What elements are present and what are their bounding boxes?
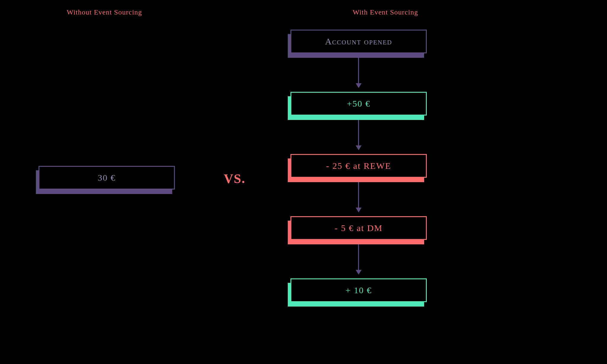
event-box-spend1: - 25 € at REWE (290, 154, 427, 178)
arrow-1 (358, 58, 359, 87)
event-spend2-label: - 5 € at DM (335, 223, 383, 233)
event-box-deposit2: + 10 € (290, 278, 427, 302)
event-opened-label: Account opened (325, 36, 392, 46)
title-right: With Event Sourcing (353, 8, 418, 16)
event-deposit2-label: + 10 € (346, 285, 372, 295)
left-balance-box: 30 € (39, 166, 175, 190)
event-box-opened: Account opened (290, 30, 427, 53)
event-deposit1-label: +50 € (347, 99, 370, 109)
arrow-2 (358, 120, 359, 150)
event-box-deposit1: +50 € (290, 92, 427, 116)
arrow-4 (358, 244, 359, 274)
left-balance-value: 30 € (98, 173, 116, 183)
event-box-spend2: - 5 € at DM (290, 216, 427, 240)
arrow-3 (358, 182, 359, 212)
title-left: Without Event Sourcing (67, 8, 142, 16)
event-spend1-label: - 25 € at REWE (326, 161, 391, 171)
vs-label: VS. (224, 171, 245, 186)
